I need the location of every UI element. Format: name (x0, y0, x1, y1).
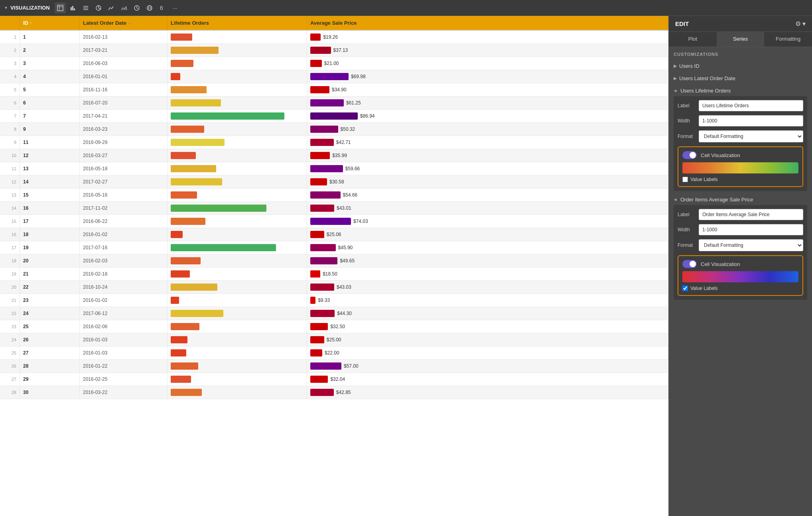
row-number-cell: 26 (0, 360, 20, 372)
section-lifetime-header[interactable]: ▼ Users Lifetime Orders (674, 85, 807, 96)
list-icon[interactable] (80, 2, 91, 14)
col-header-price[interactable]: Average Sale Price (307, 16, 668, 30)
lifetime-color-gradient[interactable] (682, 162, 798, 173)
main-content: ID ↑ Latest Order Date ⌄ Lifetime Orders… (0, 16, 812, 516)
section-users-date-header[interactable]: ▶ Users Latest Order Date (674, 73, 807, 84)
svg-line-14 (137, 8, 138, 9)
price-cell-viz-row: Cell Visualization (682, 260, 798, 268)
area-chart-icon[interactable] (118, 2, 130, 14)
bar-chart-icon[interactable] (67, 2, 79, 14)
dropdown-arrow[interactable]: ▼ (4, 6, 8, 10)
date-cell: 2016-01-22 (80, 360, 168, 372)
date-cell: 2016-01-03 (80, 347, 168, 359)
price-value-labels-row: Value Labels (682, 286, 798, 291)
toolbar-icons: 6 ··· (55, 2, 181, 14)
row-number-cell: 18 (0, 254, 20, 267)
price-cell: $59.66 (307, 162, 668, 175)
lifetime-toggle-knob (690, 152, 696, 158)
table-row: 24262016-01-03$25.00 (0, 333, 668, 347)
date-cell: 2016-01-02 (80, 228, 168, 241)
table-row: 21232016-01-02$9.33 (0, 294, 668, 307)
lifetime-width-input[interactable] (699, 115, 803, 126)
date-cell: 2016-09-29 (80, 136, 168, 149)
date-cell: 2016-02-13 (80, 31, 168, 43)
price-cell: $32.50 (307, 320, 668, 333)
table-row: 552016-11-16$34.90 (0, 83, 668, 97)
lifetime-label-input[interactable] (699, 100, 803, 111)
price-cell: $74.03 (307, 215, 668, 228)
globe-icon[interactable] (144, 2, 155, 14)
date-cell: 2016-02-18 (80, 268, 168, 280)
table-row: 15172016-06-22$74.03 (0, 215, 668, 228)
orders-bar-cell (168, 360, 307, 372)
line-chart-icon[interactable] (106, 2, 117, 14)
lifetime-cell-viz-toggle[interactable] (682, 151, 697, 159)
lifetime-format-select[interactable]: Default Formatting (699, 130, 803, 142)
tab-formatting[interactable]: Formatting (764, 32, 812, 47)
id-cell: 19 (20, 241, 80, 254)
price-cell: $69.98 (307, 70, 668, 83)
price-label-row: Label (678, 209, 803, 220)
orders-bar-cell (168, 373, 307, 386)
orders-bar-cell (168, 97, 307, 109)
price-color-gradient[interactable] (682, 271, 798, 282)
right-panel: EDIT ⚙ ▾ Plot Series Formatting CUSTOMIZ… (668, 16, 812, 516)
id-cell: 17 (20, 215, 80, 228)
gear-icon[interactable]: ⚙ ▾ (795, 20, 806, 28)
row-number-cell: 22 (0, 307, 20, 320)
lifetime-value-labels-checkbox[interactable] (682, 177, 688, 182)
price-cell: $42.85 (307, 386, 668, 399)
price-cell: $35.99 (307, 149, 668, 162)
table-row: 332016-06-03$21.00 (0, 57, 668, 70)
id-cell: 13 (20, 162, 80, 175)
panel-content: CUSTOMIZATIONS ▶ Users ID ▶ Users Latest… (669, 47, 812, 516)
edit-header: EDIT ⚙ ▾ (669, 16, 812, 32)
sort-asc-icon[interactable]: ↑ (30, 21, 32, 25)
date-cell: 2016-05-18 (80, 162, 168, 175)
orders-bar-cell (168, 136, 307, 149)
tab-series[interactable]: Series (717, 32, 765, 47)
hash-icon[interactable]: 6 (157, 2, 168, 14)
price-width-input[interactable] (699, 224, 803, 235)
section-avg-price-header[interactable]: ▼ Order Items Average Sale Price (674, 194, 807, 205)
price-label-input[interactable] (699, 209, 803, 220)
table-row: 892016-03-23$50.32 (0, 123, 668, 136)
table-row: 20222016-10-24$43.03 (0, 281, 668, 294)
col-header-orders[interactable]: Lifetime Orders (168, 16, 307, 30)
col-header-date[interactable]: Latest Order Date ⌄ (80, 16, 168, 30)
table-area: ID ↑ Latest Order Date ⌄ Lifetime Orders… (0, 16, 668, 516)
table-row: 222017-03-21$37.13 (0, 44, 668, 57)
tab-plot[interactable]: Plot (669, 32, 717, 47)
orders-bar-cell (168, 189, 307, 201)
id-cell: 27 (20, 347, 80, 359)
row-number-cell: 16 (0, 228, 20, 241)
table-icon[interactable] (55, 2, 66, 14)
row-number-cell: 21 (0, 294, 20, 307)
col-header-id[interactable]: ID ↑ (20, 16, 80, 30)
price-format-select[interactable]: Default Formatting (699, 239, 803, 251)
price-value-labels-checkbox[interactable] (682, 286, 688, 291)
sort-icon-date[interactable]: ⌄ (128, 21, 131, 25)
clock-icon[interactable] (131, 2, 142, 14)
row-number-cell: 25 (0, 347, 20, 359)
section-users-id-header[interactable]: ▶ Users ID (674, 61, 807, 71)
date-cell: 2016-06-22 (80, 215, 168, 228)
table-row: 13152016-05-16$54.66 (0, 189, 668, 202)
id-cell: 2 (20, 44, 80, 57)
svg-rect-3 (71, 7, 72, 10)
table-row: 11132016-05-18$59.66 (0, 162, 668, 175)
panel-tabs: Plot Series Formatting (669, 32, 812, 47)
more-icon[interactable]: ··· (169, 2, 181, 14)
lifetime-orders-body: Label Width Format Default Formatting (674, 96, 807, 191)
price-cell: $37.13 (307, 44, 668, 57)
row-number-cell: 4 (0, 70, 20, 83)
id-cell: 26 (20, 333, 80, 346)
users-date-label: Users Latest Order Date (679, 75, 735, 81)
pie-chart-icon[interactable] (93, 2, 104, 14)
orders-bar-cell (168, 110, 307, 122)
price-cell: $30.58 (307, 175, 668, 188)
date-cell: 2017-04-21 (80, 110, 168, 122)
svg-line-11 (99, 8, 101, 9)
orders-bar-cell (168, 57, 307, 70)
price-cell-viz-toggle[interactable] (682, 260, 697, 268)
